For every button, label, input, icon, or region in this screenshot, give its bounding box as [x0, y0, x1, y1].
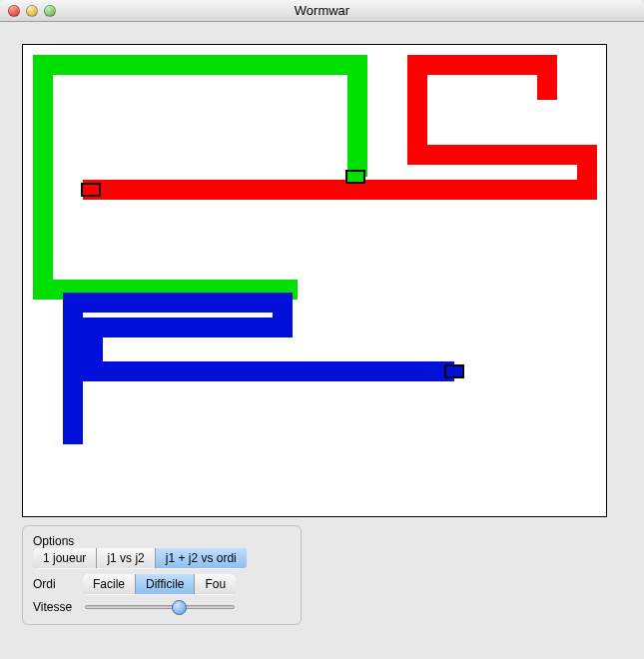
window-titlebar: Wormwar [0, 0, 644, 22]
worm-green-trail [43, 65, 357, 290]
difficulty-option-1[interactable]: Difficile [136, 574, 195, 594]
options-legend: Options [33, 534, 291, 548]
game-arena [22, 44, 607, 517]
worm-trails [23, 45, 608, 518]
vitesse-slider[interactable] [85, 605, 235, 609]
mode-option-0[interactable]: 1 joueur [33, 548, 97, 568]
vitesse-label: Vitesse [33, 600, 83, 614]
difficulty-option-2[interactable]: Fou [195, 574, 236, 594]
worm-red-trail [83, 65, 587, 190]
mode-option-2[interactable]: j1 + j2 vs ordi [156, 548, 247, 568]
window-title: Wormwar [0, 3, 644, 18]
options-panel: Options 1 joueurj1 vs j2j1 + j2 vs ordi … [22, 525, 302, 625]
difficulty-option-0[interactable]: Facile [83, 574, 136, 594]
ordi-label: Ordi [33, 577, 83, 591]
worm-red-head [81, 183, 101, 197]
worm-green-head [345, 170, 365, 184]
difficulty-selector[interactable]: FacileDifficileFou [83, 574, 236, 594]
mode-option-1[interactable]: j1 vs j2 [97, 548, 155, 568]
mode-selector[interactable]: 1 joueurj1 vs j2j1 + j2 vs ordi [33, 548, 247, 568]
worm-blue-trail [73, 303, 454, 444]
worm-blue-head [444, 364, 464, 378]
